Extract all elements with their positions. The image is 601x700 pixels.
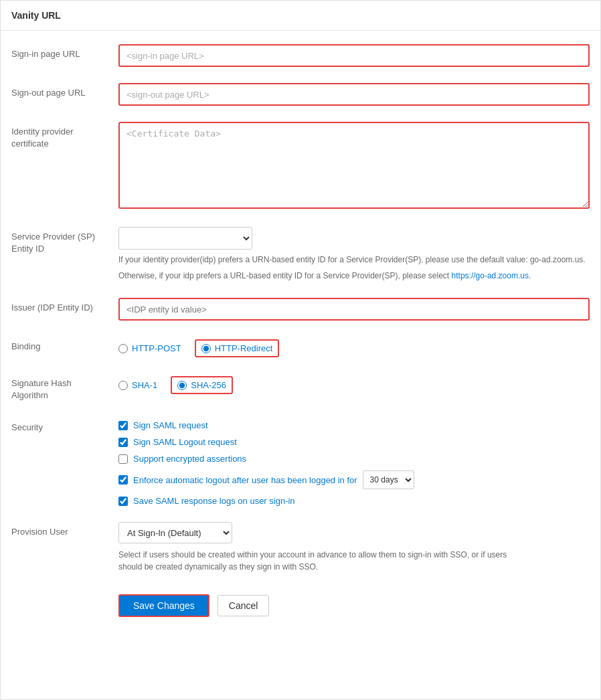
save-button[interactable]: Save Changes: [118, 594, 209, 617]
issuer-control: [118, 298, 590, 321]
auto-logout-label: Enforce automatic logout after user has …: [133, 475, 357, 485]
sign-in-url-control: [118, 44, 590, 67]
provision-user-select[interactable]: At Sign-In (Default) Manually Automatica…: [118, 522, 232, 543]
section-title: Vanity URL: [1, 1, 600, 31]
sp-entity-id-select[interactable]: go-ad.zoom.us https://go-ad.zoom.us: [118, 227, 252, 250]
sign-in-url-input[interactable]: [118, 44, 590, 67]
sha1-label: SHA-1: [132, 380, 157, 390]
signature-hash-radio-group: SHA-1 SHA-256: [118, 373, 590, 394]
form-body: Sign-in page URL Sign-out page URL Ident…: [1, 31, 600, 642]
sha256-wrapper: SHA-256: [171, 376, 233, 394]
footer-buttons: Save Changes Cancel: [1, 581, 600, 637]
certificate-row: Identity provider certificate: [1, 114, 600, 219]
binding-http-redirect-wrapper: HTTP-Redirect: [195, 339, 280, 357]
encrypted-label: Support encrypted assertions: [133, 454, 246, 464]
issuer-row: Issuer (IDP Entity ID): [1, 290, 600, 329]
binding-control: HTTP-POST HTTP-Redirect: [118, 337, 590, 357]
save-logs-checkbox[interactable]: [118, 497, 128, 506]
sp-entity-id-hint2: Otherwise, if your idp prefers a URL-bas…: [118, 270, 590, 282]
sign-in-url-row: Sign-in page URL: [1, 36, 600, 75]
sign-saml-checkbox-item[interactable]: Sign SAML request: [118, 420, 590, 430]
encrypted-checkbox[interactable]: [118, 454, 128, 464]
sign-out-url-input[interactable]: [118, 83, 590, 106]
issuer-input[interactable]: [118, 298, 590, 321]
cancel-button[interactable]: Cancel: [218, 595, 270, 616]
sign-logout-label: Sign SAML Logout request: [133, 437, 237, 447]
sha256-option[interactable]: SHA-256: [177, 380, 226, 390]
sign-in-url-label: Sign-in page URL: [11, 44, 118, 60]
binding-http-redirect-radio[interactable]: [201, 344, 211, 353]
sign-saml-label: Sign SAML request: [133, 420, 208, 430]
save-logs-label: Save SAML response logs on user sign-in: [133, 496, 295, 506]
binding-row: Binding HTTP-POST HTTP-Redirect: [1, 329, 600, 365]
binding-http-redirect-label: HTTP-Redirect: [215, 343, 273, 353]
sp-entity-id-control: go-ad.zoom.us https://go-ad.zoom.us If y…: [118, 227, 590, 282]
provision-user-row: Provision User At Sign-In (Default) Manu…: [1, 514, 600, 581]
certificate-control: [118, 122, 590, 211]
encrypted-checkbox-item[interactable]: Support encrypted assertions: [118, 454, 590, 464]
binding-label: Binding: [11, 337, 118, 353]
auto-logout-checkbox[interactable]: [118, 475, 128, 485]
sign-logout-checkbox-item[interactable]: Sign SAML Logout request: [118, 437, 590, 447]
security-row: Security Sign SAML request Sign SAML Log…: [1, 410, 600, 514]
sha1-option[interactable]: SHA-1: [118, 380, 157, 390]
binding-radio-group: HTTP-POST HTTP-Redirect: [118, 337, 590, 357]
issuer-label: Issuer (IDP Entity ID): [11, 298, 118, 314]
sign-out-url-control: [118, 83, 590, 106]
sha256-radio[interactable]: [177, 381, 187, 390]
provision-user-hint: Select if users should be created within…: [118, 549, 520, 573]
certificate-textarea[interactable]: [118, 122, 590, 209]
certificate-label: Identity provider certificate: [11, 122, 118, 150]
security-label: Security: [11, 418, 118, 434]
security-control: Sign SAML request Sign SAML Logout reque…: [118, 418, 590, 506]
logout-days-select[interactable]: 30 days 7 days 14 days 60 days 90 days: [363, 470, 414, 489]
provision-user-label: Provision User: [11, 522, 118, 538]
signature-hash-row: Signature Hash Algorithm SHA-1 SHA-256: [1, 365, 600, 410]
sp-entity-id-label: Service Provider (SP) Entity ID: [11, 227, 118, 255]
page-container: Vanity URL Sign-in page URL Sign-out pag…: [0, 0, 601, 700]
sign-out-url-row: Sign-out page URL: [1, 75, 600, 114]
auto-logout-row: Enforce automatic logout after user has …: [118, 470, 590, 489]
binding-http-redirect[interactable]: HTTP-Redirect: [201, 343, 273, 353]
sign-saml-checkbox[interactable]: [118, 421, 128, 430]
binding-http-post-radio[interactable]: [118, 344, 128, 353]
sign-logout-checkbox[interactable]: [118, 438, 128, 447]
sign-out-url-label: Sign-out page URL: [11, 83, 118, 99]
security-checkboxes: Sign SAML request Sign SAML Logout reque…: [118, 418, 590, 506]
sp-entity-id-hint1: If your identity provider(idp) prefers a…: [118, 254, 590, 266]
sp-entity-id-row: Service Provider (SP) Entity ID go-ad.zo…: [1, 219, 600, 290]
sha1-radio[interactable]: [118, 381, 128, 390]
signature-hash-control: SHA-1 SHA-256: [118, 373, 590, 394]
binding-http-post[interactable]: HTTP-POST: [118, 343, 181, 353]
sp-entity-id-link[interactable]: https://go-ad.zoom.us: [452, 271, 529, 280]
binding-http-post-label: HTTP-POST: [132, 343, 181, 353]
save-logs-checkbox-item[interactable]: Save SAML response logs on user sign-in: [118, 496, 590, 506]
sha256-label: SHA-256: [191, 380, 226, 390]
auto-logout-checkbox-item[interactable]: Enforce automatic logout after user has …: [118, 475, 357, 485]
signature-hash-label: Signature Hash Algorithm: [11, 373, 118, 402]
provision-user-control: At Sign-In (Default) Manually Automatica…: [118, 522, 590, 573]
